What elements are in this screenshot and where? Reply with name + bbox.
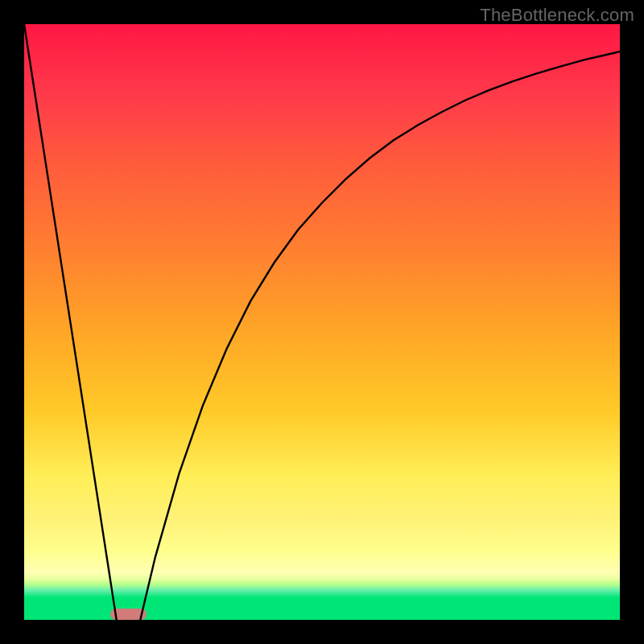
watermark-text: TheBottleneck.com — [480, 5, 634, 26]
chart-frame: TheBottleneck.com — [0, 0, 644, 644]
bottleneck-curve — [24, 24, 620, 620]
plot-area — [24, 24, 620, 620]
